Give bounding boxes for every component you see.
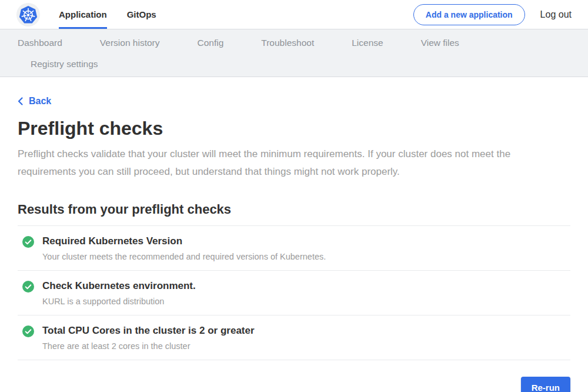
check-row-cpu-cores: Total CPU Cores in the cluster is 2 or g… bbox=[18, 315, 570, 360]
check-title: Total CPU Cores in the cluster is 2 or g… bbox=[42, 325, 255, 337]
subnav-item-version-history[interactable]: Version history bbox=[100, 38, 160, 48]
topnav-spacer bbox=[176, 0, 413, 29]
subnav-item-license[interactable]: License bbox=[352, 38, 383, 48]
subnav-row-2: Registry settings bbox=[18, 59, 570, 69]
back-link[interactable]: Back bbox=[18, 96, 51, 107]
subnav-row-1: Dashboard Version history Config Trouble… bbox=[18, 38, 570, 48]
add-new-application-button[interactable]: Add a new application bbox=[413, 4, 525, 25]
back-link-label: Back bbox=[29, 96, 51, 107]
results-heading: Results from your preflight checks bbox=[18, 202, 570, 217]
check-row-kubernetes-environment: Check Kubernetes environment. KURL is a … bbox=[18, 271, 570, 315]
check-detail: Your cluster meets the recommended and r… bbox=[42, 252, 326, 261]
subnav-item-troubleshoot[interactable]: Troubleshoot bbox=[261, 38, 314, 48]
subnav-item-registry-settings[interactable]: Registry settings bbox=[31, 59, 98, 69]
footer-actions: Re-run bbox=[18, 377, 570, 392]
check-circle-icon bbox=[22, 325, 34, 337]
preflight-check-list: Required Kubernetes Version Your cluster… bbox=[18, 225, 570, 360]
chevron-left-icon bbox=[18, 97, 23, 105]
subnav-item-dashboard[interactable]: Dashboard bbox=[18, 38, 62, 48]
kubernetes-logo-icon bbox=[16, 3, 40, 26]
check-circle-icon bbox=[22, 281, 34, 293]
check-content: Required Kubernetes Version Your cluster… bbox=[42, 235, 326, 261]
rerun-button[interactable]: Re-run bbox=[521, 377, 570, 392]
check-content: Check Kubernetes environment. KURL is a … bbox=[42, 280, 196, 306]
top-navbar: Application GitOps Add a new application… bbox=[0, 0, 588, 29]
subnav-item-view-files[interactable]: View files bbox=[421, 38, 459, 48]
tab-application[interactable]: Application bbox=[59, 0, 107, 29]
tab-gitops[interactable]: GitOps bbox=[127, 0, 156, 29]
check-circle-icon bbox=[22, 236, 34, 248]
check-title: Check Kubernetes environment. bbox=[42, 280, 196, 292]
check-title: Required Kubernetes Version bbox=[42, 235, 326, 247]
check-detail: There are at least 2 cores in the cluste… bbox=[42, 341, 255, 351]
check-content: Total CPU Cores in the cluster is 2 or g… bbox=[42, 325, 255, 351]
tab-application-label: Application bbox=[59, 9, 107, 19]
app-subnav: Dashboard Version history Config Trouble… bbox=[0, 29, 588, 77]
logout-button[interactable]: Log out bbox=[540, 9, 572, 20]
check-row-kubernetes-version: Required Kubernetes Version Your cluster… bbox=[18, 226, 570, 271]
preflight-page: Back Preflight checks Preflight checks v… bbox=[0, 77, 588, 392]
subnav-item-config[interactable]: Config bbox=[198, 38, 224, 48]
tab-gitops-label: GitOps bbox=[127, 9, 156, 19]
page-title: Preflight checks bbox=[18, 118, 570, 139]
check-detail: KURL is a supported distribution bbox=[42, 297, 196, 306]
page-description: Preflight checks validate that your clus… bbox=[18, 145, 564, 181]
